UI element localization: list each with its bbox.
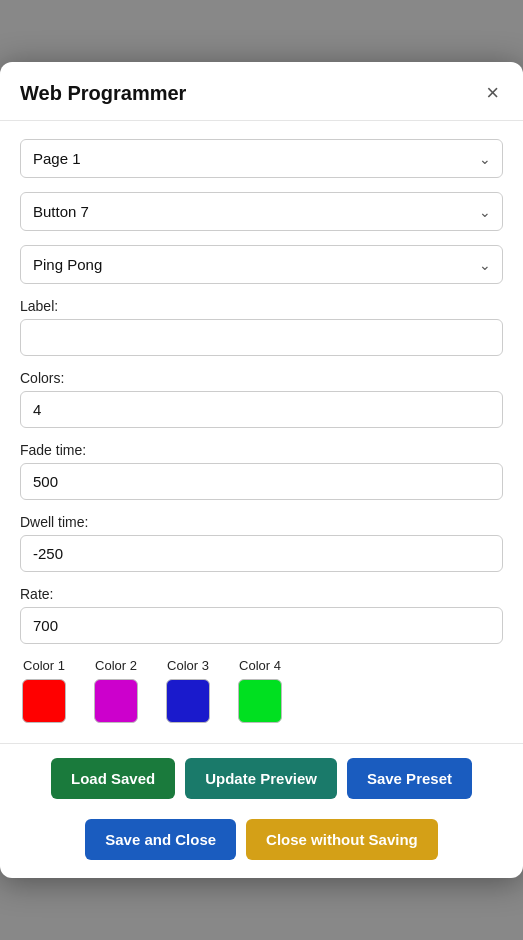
page-select-wrapper: Page 1 Page 2 Page 3 ⌄	[20, 139, 503, 178]
color-swatches-row: Color 1 Color 2 Color 3 Color 4	[20, 658, 503, 723]
update-preview-button[interactable]: Update Preview	[185, 758, 337, 799]
close-without-saving-button[interactable]: Close without Saving	[246, 819, 438, 860]
label-input[interactable]	[20, 319, 503, 356]
fade-time-input[interactable]	[20, 463, 503, 500]
color-2-swatch[interactable]	[94, 679, 138, 723]
color-3-item: Color 3	[166, 658, 210, 723]
fade-time-field-group: Fade time:	[20, 442, 503, 500]
secondary-button-row: Save and Close Close without Saving	[0, 809, 523, 878]
colors-field-group: Colors:	[20, 370, 503, 428]
color-1-swatch[interactable]	[22, 679, 66, 723]
dwell-time-field-label: Dwell time:	[20, 514, 503, 530]
web-programmer-modal: Web Programmer × Page 1 Page 2 Page 3 ⌄ …	[0, 62, 523, 878]
load-saved-button[interactable]: Load Saved	[51, 758, 175, 799]
close-icon: ×	[486, 80, 499, 105]
primary-button-row: Load Saved Update Preview Save Preset	[0, 743, 523, 809]
modal-body: Page 1 Page 2 Page 3 ⌄ Button 1Button 2B…	[0, 121, 523, 743]
rate-input[interactable]	[20, 607, 503, 644]
rate-field-label: Rate:	[20, 586, 503, 602]
color-2-label: Color 2	[95, 658, 137, 673]
modal-header: Web Programmer ×	[0, 62, 523, 121]
colors-field-label: Colors:	[20, 370, 503, 386]
close-icon-button[interactable]: ×	[482, 80, 503, 106]
rate-field-group: Rate:	[20, 586, 503, 644]
color-2-item: Color 2	[94, 658, 138, 723]
button-select[interactable]: Button 1Button 2Button 3 Button 4Button …	[20, 192, 503, 231]
button-select-wrapper: Button 1Button 2Button 3 Button 4Button …	[20, 192, 503, 231]
label-field-label: Label:	[20, 298, 503, 314]
save-preset-button[interactable]: Save Preset	[347, 758, 472, 799]
save-and-close-button[interactable]: Save and Close	[85, 819, 236, 860]
color-4-label: Color 4	[239, 658, 281, 673]
dwell-time-input[interactable]	[20, 535, 503, 572]
effect-select[interactable]: Ping Pong Fade Solid	[20, 245, 503, 284]
effect-select-wrapper: Ping Pong Fade Solid ⌄	[20, 245, 503, 284]
color-1-label: Color 1	[23, 658, 65, 673]
color-3-label: Color 3	[167, 658, 209, 673]
color-4-swatch[interactable]	[238, 679, 282, 723]
color-4-item: Color 4	[238, 658, 282, 723]
modal-title: Web Programmer	[20, 82, 186, 105]
color-1-item: Color 1	[22, 658, 66, 723]
color-3-swatch[interactable]	[166, 679, 210, 723]
colors-input[interactable]	[20, 391, 503, 428]
fade-time-field-label: Fade time:	[20, 442, 503, 458]
label-field-group: Label:	[20, 298, 503, 356]
page-select[interactable]: Page 1 Page 2 Page 3	[20, 139, 503, 178]
dwell-time-field-group: Dwell time:	[20, 514, 503, 572]
